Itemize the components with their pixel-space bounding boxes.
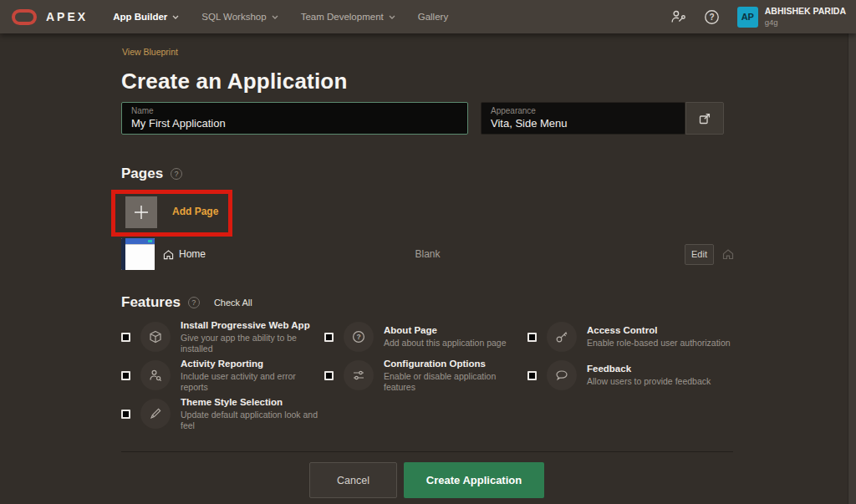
add-page-button[interactable] xyxy=(125,196,157,228)
user-info: ABHISHEK PARIDA g4g xyxy=(765,7,846,27)
header-right-tools: ? AP ABHISHEK PARIDA g4g xyxy=(670,7,846,28)
home-page-label: Home xyxy=(163,248,206,260)
scrollbar[interactable] xyxy=(848,0,856,504)
feature-title: Install Progressive Web App xyxy=(181,320,324,331)
cancel-button[interactable]: Cancel xyxy=(309,462,397,498)
brush-icon xyxy=(140,399,171,429)
top-navbar: APEX App Builder SQL Workshop Team Devel… xyxy=(0,0,856,33)
workspace-name: g4g xyxy=(765,18,846,27)
plus-icon xyxy=(132,203,150,221)
add-page-label[interactable]: Add Page xyxy=(172,206,218,217)
thumb-dot xyxy=(148,240,152,242)
appearance-edit-button[interactable] xyxy=(685,102,724,135)
appearance-field[interactable]: Appearance Vita, Side Menu xyxy=(481,102,685,135)
feature-checkbox[interactable] xyxy=(121,410,130,419)
feature-title: Feedback xyxy=(587,364,711,374)
page-title: Create an Application xyxy=(121,69,348,94)
key-icon xyxy=(547,322,577,352)
feature-feedback: Feedback Allow users to provide feedback xyxy=(527,360,734,390)
user-search-icon xyxy=(140,360,171,390)
nav-team-development[interactable]: Team Development xyxy=(301,12,395,22)
oracle-logo-icon[interactable] xyxy=(12,9,37,25)
nav-team-development-label: Team Development xyxy=(301,12,384,22)
edit-page-button[interactable]: Edit xyxy=(685,244,714,265)
feature-description: Give your app the ability to be installe… xyxy=(181,333,324,354)
features-title: Features xyxy=(121,294,181,311)
chevron-down-icon xyxy=(389,15,395,19)
user-menu[interactable]: AP ABHISHEK PARIDA g4g xyxy=(737,7,846,28)
home-icon xyxy=(163,249,174,260)
chevron-down-icon xyxy=(272,15,278,19)
set-home-icon[interactable] xyxy=(722,248,734,260)
pages-help-icon[interactable]: ? xyxy=(171,168,182,180)
nav-app-builder[interactable]: App Builder xyxy=(113,12,179,22)
app-name-field[interactable]: Name My First Application xyxy=(121,102,468,135)
feature-description: Enable role-based user authorization xyxy=(587,338,731,349)
nav-sql-workshop-label: SQL Workshop xyxy=(201,12,266,22)
feature-title: Theme Style Selection xyxy=(181,397,324,408)
feature-checkbox[interactable] xyxy=(527,333,537,342)
brand-apex[interactable]: APEX xyxy=(46,10,88,23)
pages-section-heading: Pages ? xyxy=(121,165,182,182)
check-all-link[interactable]: Check All xyxy=(214,298,252,308)
question-icon: ? xyxy=(344,322,374,352)
svg-text:?: ? xyxy=(356,333,360,341)
feature-title: Configuration Options xyxy=(384,359,527,369)
help-icon[interactable]: ? xyxy=(704,8,721,25)
appearance-value: Vita, Side Menu xyxy=(491,117,675,130)
feature-description: Update default application look and feel xyxy=(181,410,324,431)
nav-sql-workshop[interactable]: SQL Workshop xyxy=(201,12,278,22)
feature-title: Access Control xyxy=(587,325,731,336)
chevron-down-icon xyxy=(172,15,179,19)
features-section-heading: Features ? Check All xyxy=(121,294,252,311)
features-help-icon[interactable]: ? xyxy=(188,297,200,308)
feature-title: Activity Reporting xyxy=(181,359,324,369)
sliders-icon xyxy=(344,360,374,390)
apex-create-application-screen: APEX App Builder SQL Workshop Team Devel… xyxy=(0,0,856,504)
user-name: ABHISHEK PARIDA xyxy=(765,7,846,16)
feature-configuration-options: Configuration Options Enable or disable … xyxy=(324,360,527,390)
administration-icon[interactable] xyxy=(670,8,687,25)
feature-description: Enable or disable application features xyxy=(384,371,527,393)
feature-about-page: ? About Page Add about this application … xyxy=(324,322,527,352)
thumb-body xyxy=(125,244,155,270)
page-type-label: Blank xyxy=(415,248,440,260)
feature-description: Allow users to provide feedback xyxy=(587,376,711,387)
feature-description: Include user activity and error reports xyxy=(181,371,324,393)
feature-access-control: Access Control Enable role-based user au… xyxy=(527,322,734,352)
feature-activity-reporting: Activity Reporting Include user activity… xyxy=(121,360,324,390)
main-nav: App Builder SQL Workshop Team Developmen… xyxy=(113,12,448,22)
svg-text:?: ? xyxy=(710,13,715,22)
nav-gallery[interactable]: Gallery xyxy=(418,12,448,22)
feature-checkbox[interactable] xyxy=(324,333,334,342)
pages-title: Pages xyxy=(121,165,163,182)
nav-app-builder-label: App Builder xyxy=(113,12,167,22)
home-page-name: Home xyxy=(179,248,206,260)
avatar: AP xyxy=(737,7,758,28)
feature-checkbox[interactable] xyxy=(527,371,537,380)
features-grid: Install Progressive Web App Give your ap… xyxy=(121,322,734,429)
package-icon xyxy=(140,322,171,352)
page-thumbnail xyxy=(121,238,155,270)
footer-divider xyxy=(121,451,733,452)
feature-install-pwa: Install Progressive Web App Give your ap… xyxy=(121,322,324,352)
view-blueprint-link[interactable]: View Blueprint xyxy=(122,47,178,57)
appearance-label: Appearance xyxy=(491,106,675,115)
feature-description: Add about this application page xyxy=(384,338,507,349)
nav-gallery-label: Gallery xyxy=(418,12,448,22)
create-application-button[interactable]: Create Application xyxy=(404,462,544,498)
feature-checkbox[interactable] xyxy=(324,371,334,380)
open-dialog-icon xyxy=(699,113,711,125)
feature-checkbox[interactable] xyxy=(121,371,130,380)
feature-theme-style-selection: Theme Style Selection Update default app… xyxy=(121,399,324,429)
page-row-home[interactable]: Home Blank Edit xyxy=(121,237,734,271)
app-name-label: Name xyxy=(131,106,458,115)
speech-bubble-icon xyxy=(547,360,577,390)
app-name-value[interactable]: My First Application xyxy=(131,117,458,130)
feature-checkbox[interactable] xyxy=(121,333,130,342)
feature-title: About Page xyxy=(384,325,507,336)
